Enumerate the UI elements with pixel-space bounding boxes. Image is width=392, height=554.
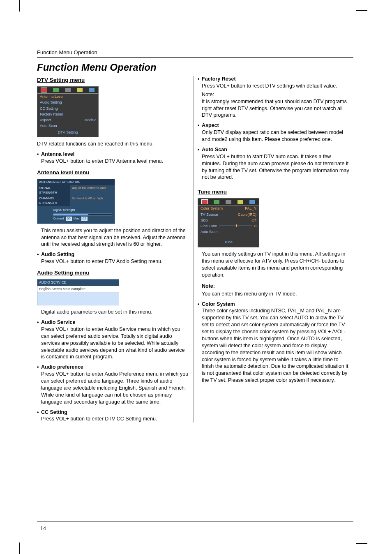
- crop-tl: [19, 0, 20, 12]
- bullet-factory-reset: • Factory Reset: [198, 76, 349, 83]
- tune-intro: You can modify settings on TV input in t…: [202, 251, 349, 279]
- ant-row: SIGNAL STRENGTH Adjust the antenna until: [37, 185, 115, 196]
- page-number: 14: [40, 526, 46, 531]
- tab-icon: [77, 88, 83, 92]
- ant-max-val: 62: [81, 217, 88, 221]
- bullet-antenna-level: • Antenna level: [37, 151, 189, 158]
- tune-value: Off: [251, 218, 256, 223]
- audio-setting-heading: Audio Setting menu: [37, 269, 189, 277]
- tune-label: Auto Scan: [201, 229, 218, 234]
- aud-blank: [37, 293, 119, 305]
- bullet-body: Press VOL+ button to enter Audio Prefere…: [41, 371, 189, 405]
- osd-item-label: Antenna Level: [40, 94, 64, 99]
- tune-osd: Color SystemPAL_N TV SourceCable(IRC) Sk…: [198, 198, 259, 247]
- tune-value: 0: [254, 224, 256, 229]
- audio-help-text: Digital audio parameters can be set in t…: [41, 309, 189, 316]
- bullet-dot-icon: •: [37, 319, 41, 326]
- page: Function Menu Operation Function Menu Op…: [0, 0, 392, 554]
- bullet-body: Three color systems including NTSC, PAL_…: [202, 307, 349, 384]
- ant-bar-title: Signal strength: [53, 208, 112, 212]
- tab-icon: [226, 200, 231, 204]
- tune-value: Cable(IRC): [238, 212, 256, 217]
- antenna-help-text: This menu assists you to adjust the posi…: [41, 227, 189, 248]
- tune-label: Skip: [201, 218, 208, 223]
- tab-icon: [214, 200, 219, 204]
- spacer: [198, 235, 259, 238]
- page-title: Function Menu Operation: [37, 62, 353, 73]
- ant-header: ANTENNA SETUP-DIGITAL: [37, 179, 115, 185]
- bullet-color-system: • Color System: [198, 301, 349, 308]
- note-label: Note:: [202, 283, 349, 290]
- osd-item-label: Audio Setting: [40, 100, 62, 105]
- tune-row: Color SystemPAL_N: [198, 205, 259, 211]
- tab-icon: [249, 200, 255, 204]
- bullet-dot-icon: •: [37, 151, 41, 158]
- bullet-title: CC Setting: [41, 409, 67, 416]
- footer-rule: [37, 522, 353, 522]
- dtv-setting-heading: DTV Setting menu: [37, 76, 189, 84]
- tune-label: Fine Tune: [201, 224, 217, 229]
- osd-caption: DTV Setting: [37, 129, 98, 137]
- osd-item-label: Auto Scan: [40, 123, 57, 128]
- bullet-dot-icon: •: [198, 146, 202, 153]
- column-right: • Factory Reset Press VOL+ button to res…: [193, 76, 349, 422]
- slider-thumb-icon: [236, 224, 237, 227]
- column-left: DTV Setting menu Antenna Level Audio Set…: [37, 76, 193, 422]
- bullet-aspect: • Aspect: [198, 122, 349, 129]
- bullet-body: Press VOL+ button to enter Audio Service…: [41, 326, 189, 360]
- bullet-title: Factory Reset: [202, 76, 236, 83]
- tab-icon: [238, 200, 243, 204]
- osd-item: Audio Setting: [37, 99, 98, 105]
- tab-icon: [41, 88, 47, 92]
- bullet-title: Audio Setting: [41, 251, 74, 258]
- antenna-level-heading: Antenna level menu: [37, 169, 189, 176]
- content: Function Menu Operation Function Menu Op…: [37, 49, 353, 422]
- ant-max-label: Max: [74, 217, 80, 221]
- note-body: It is strongly recommended that you shou…: [202, 98, 349, 119]
- head-rule: [37, 57, 353, 58]
- bullet-dot-icon: •: [198, 301, 202, 308]
- note-label: Note:: [202, 91, 349, 98]
- aud-line: English Stereo Main complete: [37, 286, 119, 293]
- tune-value: PAL_N: [245, 206, 256, 211]
- bullet-title: Audio Service: [41, 319, 75, 326]
- tune-heading: Tune menu: [198, 188, 349, 196]
- bullet-audio-setting: • Audio Setting: [37, 251, 189, 258]
- ant-bar-fill: [53, 214, 88, 215]
- bullet-body: Press VOL+ button to start DTV auto scan…: [202, 153, 349, 181]
- ant-row-label: SIGNAL STRENGTH: [37, 185, 70, 196]
- tune-label: TV Source: [201, 212, 218, 217]
- osd-item-label: Aspect: [40, 118, 51, 122]
- bullet-body: Only DTV display aspect ratio can be sel…: [202, 129, 349, 143]
- osd-caption: Tune: [198, 238, 259, 247]
- ant-row: CHANNEL STRENGTH the level is 60 or high: [37, 196, 115, 206]
- ant-row-value: the level is 60 or high: [70, 196, 115, 206]
- bullet-body: Press VOL+ button to reset DTV settings …: [202, 83, 349, 90]
- dtv-intro: DTV related functions can be reached in …: [37, 141, 189, 148]
- tune-row: Auto Scan: [198, 229, 259, 235]
- bullet-audio-service: • Audio Service: [37, 319, 189, 326]
- running-head: Function Menu Operation: [37, 49, 353, 55]
- bullet-cc-setting: • CC Setting: [37, 409, 189, 416]
- tune-row: TV SourceCable(IRC): [198, 212, 259, 217]
- ant-cur-val: 60: [66, 217, 72, 221]
- bullet-body: Press VOL+ button to enter DTV Andio Set…: [41, 258, 189, 265]
- tab-icon: [202, 200, 208, 204]
- dtv-setting-osd: Antenna Level Audio Setting CC Setting F…: [37, 86, 99, 137]
- bullet-body: Press VOL+ button to enter DTV Antenna l…: [41, 158, 189, 165]
- osd-item: AspectMode2: [37, 117, 98, 123]
- osd-item: CC Setting: [37, 106, 98, 111]
- bullet-title: Aspect: [202, 122, 219, 129]
- osd-tabs: [37, 87, 98, 93]
- tune-row: Fine Tune 0: [198, 223, 259, 229]
- ant-bar-bg: [53, 213, 112, 216]
- slider-track: [219, 226, 252, 226]
- osd-item: Auto Scan: [37, 123, 98, 129]
- bullet-title: Color System: [202, 301, 235, 308]
- columns: DTV Setting menu Antenna Level Audio Set…: [37, 76, 353, 422]
- bullet-audio-preference: • Audio preference: [37, 364, 189, 371]
- bullet-dot-icon: •: [37, 409, 41, 416]
- bullet-title: Audio preference: [41, 364, 83, 371]
- antenna-level-osd: ANTENNA SETUP-DIGITAL SIGNAL STRENGTH Ad…: [37, 179, 115, 224]
- crop-tr: [356, 10, 367, 11]
